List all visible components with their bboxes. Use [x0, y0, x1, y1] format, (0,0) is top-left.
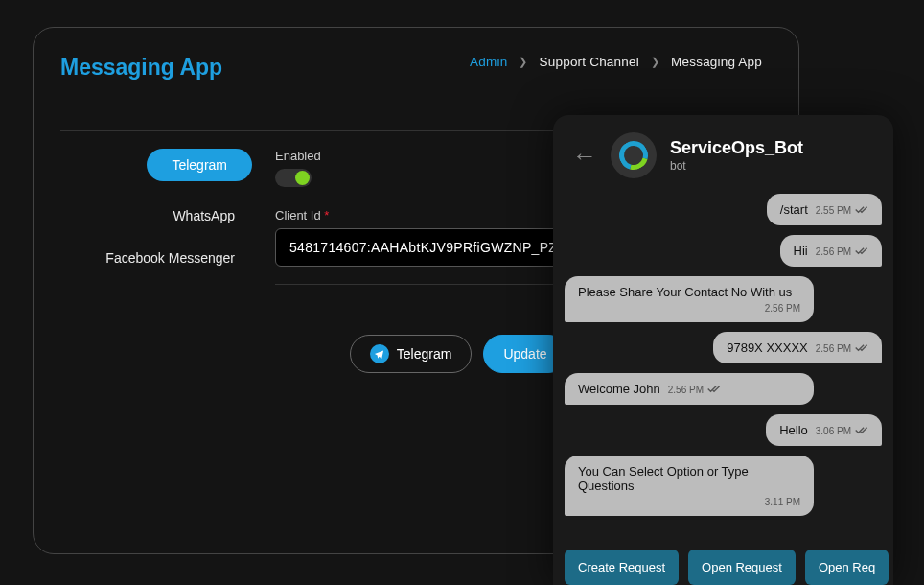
required-indicator: * [324, 208, 329, 222]
read-ticks-icon [855, 244, 868, 258]
chat-message: Please Share Your Contact No With us2.56… [565, 276, 814, 322]
message-text: Hello [779, 423, 808, 437]
message-text: Hii [794, 244, 808, 258]
message-text: Welcome John [578, 382, 660, 396]
message-time: 2.56 PM [816, 246, 851, 257]
chat-message: You Can Select Option or Type Questions3… [565, 456, 814, 516]
chat-message: /start2.55 PM [767, 194, 882, 225]
chat-message: Hii2.56 PM [780, 235, 882, 267]
message-text: /start [780, 202, 808, 217]
message-text: You Can Select Option or Type Questions [578, 464, 749, 493]
chat-title: ServiceOps_Bot [670, 138, 803, 158]
message-time: 2.56 PM [668, 385, 704, 395]
enabled-toggle[interactable] [275, 169, 312, 187]
telegram-button[interactable]: Telegram [350, 335, 473, 373]
tab-telegram[interactable]: Telegram [147, 149, 252, 181]
chat-header: ← ServiceOps_Bot bot [553, 115, 893, 188]
message-time: 2.55 PM [816, 205, 851, 216]
message-time: 3.11 PM [578, 497, 800, 507]
chat-body: /start2.55 PMHii2.56 PMPlease Share Your… [553, 188, 893, 542]
breadcrumb-admin[interactable]: Admin [470, 55, 507, 69]
telegram-icon [370, 344, 389, 363]
tab-facebook-messenger[interactable]: Facebook Messenger [105, 250, 252, 266]
message-text: 9789X XXXXX [727, 340, 808, 355]
message-time: 3.06 PM [816, 426, 851, 436]
tab-whatsapp[interactable]: WhatsApp [173, 208, 252, 223]
chat-quick-actions: Create RequestOpen RequestOpen Req [553, 542, 893, 585]
message-time: 2.56 PM [578, 303, 800, 314]
tabs: Telegram WhatsApp Facebook Messenger [60, 149, 252, 373]
chat-message: Welcome John2.56 PM [565, 373, 814, 405]
read-ticks-icon [855, 202, 868, 217]
read-ticks-icon [855, 340, 868, 355]
read-ticks-icon [707, 382, 721, 396]
chevron-right-icon: ❯ [651, 56, 659, 68]
chat-action-create-request[interactable]: Create Request [565, 550, 679, 585]
chat-action-open-request[interactable]: Open Request [688, 550, 796, 585]
breadcrumb-support-channel[interactable]: Support Channel [540, 55, 639, 69]
chat-subtitle: bot [670, 159, 803, 173]
message-text: Please Share Your Contact No With us [578, 285, 792, 299]
breadcrumb-messaging-app: Messaging App [671, 55, 762, 69]
back-arrow-icon[interactable]: ← [572, 143, 597, 168]
chat-message: Hello3.06 PM [766, 414, 882, 446]
chevron-right-icon: ❯ [519, 56, 527, 68]
chat-message: 9789X XXXXX2.56 PM [713, 332, 882, 363]
bot-avatar [611, 132, 657, 178]
chat-action-open-req[interactable]: Open Req [805, 550, 889, 585]
read-ticks-icon [855, 423, 868, 437]
breadcrumb: Admin ❯ Support Channel ❯ Messaging App [470, 55, 762, 69]
message-time: 2.56 PM [816, 343, 851, 354]
chat-panel: ← ServiceOps_Bot bot /start2.55 PMHii2.5… [553, 115, 893, 585]
